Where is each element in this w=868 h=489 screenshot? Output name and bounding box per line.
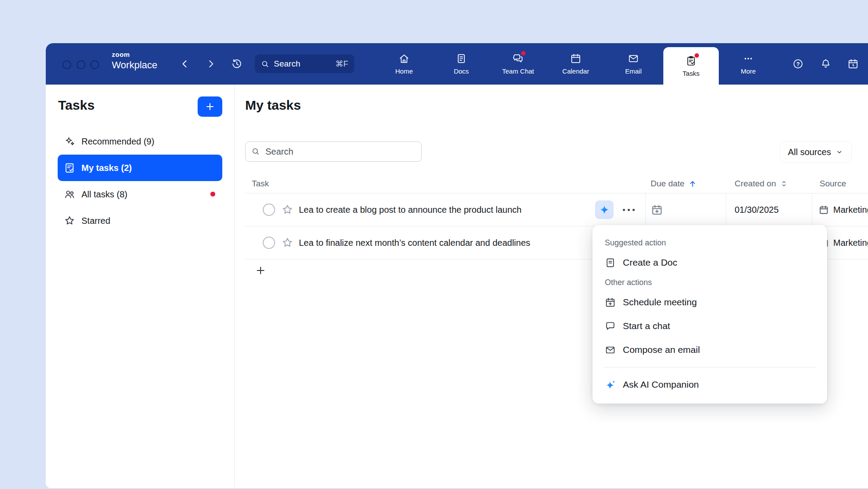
email-icon xyxy=(605,345,616,356)
star-icon[interactable] xyxy=(281,204,294,216)
bell-icon xyxy=(820,58,831,70)
schedule-button[interactable] xyxy=(847,58,859,70)
column-label: Task xyxy=(252,179,269,189)
ai-actions-menu: Suggested action Create a Doc Other acti… xyxy=(592,225,827,404)
sidebar-item-label: Starred xyxy=(81,216,110,226)
global-search-placeholder: Search xyxy=(274,59,331,69)
menu-item-label: Create a Doc xyxy=(623,257,677,268)
topbar: zoom Workplace Search ⌘F xyxy=(46,43,868,85)
task-search[interactable] xyxy=(245,141,422,162)
chevron-right-icon xyxy=(205,58,217,70)
back-button[interactable] xyxy=(179,58,191,70)
sidebar-item-starred[interactable]: Starred xyxy=(58,207,222,234)
cell-divider xyxy=(726,193,726,226)
nav-home[interactable]: Home xyxy=(380,43,428,85)
nav-team-chat-label: Team Chat xyxy=(502,67,534,75)
column-header-due-date[interactable]: Due date xyxy=(651,174,697,193)
svg-text:?: ? xyxy=(796,61,800,67)
menu-item-create-doc[interactable]: Create a Doc xyxy=(592,251,827,274)
menu-item-ask-ai-companion[interactable]: Ask AI Companion xyxy=(592,373,827,396)
nav-tasks[interactable]: Tasks xyxy=(663,47,719,85)
source-value: Marketing xyxy=(833,226,868,259)
add-due-date-button[interactable] xyxy=(651,204,663,216)
nav-home-label: Home xyxy=(395,67,413,75)
plus-icon xyxy=(205,101,215,112)
calendar-plus-icon xyxy=(605,297,616,308)
notification-dot xyxy=(521,51,526,56)
sort-updown-icon xyxy=(780,179,788,188)
nav-calendar-label: Calendar xyxy=(563,67,589,75)
nav-team-chat[interactable]: Team Chat xyxy=(494,43,542,85)
menu-item-start-chat[interactable]: Start a chat xyxy=(592,314,827,338)
nav-email[interactable]: Email xyxy=(609,43,658,85)
nav-email-label: Email xyxy=(625,67,642,75)
nav-docs-label: Docs xyxy=(454,67,469,75)
email-icon xyxy=(628,53,639,64)
sidebar-item-label: My tasks (2) xyxy=(81,163,132,173)
task-complete-checkbox[interactable] xyxy=(263,204,275,216)
sources-filter-dropdown[interactable]: All sources xyxy=(780,141,852,163)
home-icon xyxy=(398,53,410,64)
sidebar-item-my-tasks[interactable]: My tasks (2) xyxy=(58,155,222,181)
team-chat-icon xyxy=(512,53,524,64)
sources-filter-value: All sources xyxy=(788,147,831,157)
star-icon[interactable] xyxy=(281,237,294,249)
task-search-input[interactable] xyxy=(265,146,416,157)
task-title: Lea to create a blog post to announce th… xyxy=(299,193,522,226)
column-header-task[interactable]: Task xyxy=(252,174,269,193)
search-icon xyxy=(261,60,269,68)
chevron-left-icon xyxy=(179,58,191,70)
sidebar-item-label: Recommended (9) xyxy=(81,137,154,147)
calendar-icon xyxy=(570,53,581,64)
menu-divider xyxy=(603,367,817,367)
menu-section-label: Suggested action xyxy=(592,235,827,251)
chevron-down-icon xyxy=(835,148,843,156)
global-search-shortcut: ⌘F xyxy=(335,59,348,69)
zoom-workplace-logo: zoom Workplace xyxy=(112,51,158,70)
sidebar-item-recommended[interactable]: Recommended (9) xyxy=(58,128,222,155)
help-button[interactable]: ? xyxy=(792,58,804,70)
ai-companion-icon xyxy=(605,379,616,390)
page-title: My tasks xyxy=(245,98,301,113)
cell-divider xyxy=(812,193,812,226)
calendar-clock-icon xyxy=(847,58,859,70)
row-more-button[interactable] xyxy=(619,200,638,219)
nav-more[interactable]: More xyxy=(724,43,772,85)
help-icon: ? xyxy=(792,58,804,70)
nav-calendar[interactable]: Calendar xyxy=(552,43,600,85)
star-icon xyxy=(64,215,75,226)
sidebar-title: Tasks xyxy=(58,98,95,113)
global-search[interactable]: Search ⌘F xyxy=(255,55,354,73)
search-icon xyxy=(251,147,260,156)
chat-icon xyxy=(605,321,616,332)
task-complete-checkbox[interactable] xyxy=(263,237,275,249)
desktop: zoom Workplace Search ⌘F xyxy=(0,0,868,489)
notification-dot xyxy=(210,192,215,196)
sidebar-item-label: All tasks (8) xyxy=(81,189,127,200)
nav-docs[interactable]: Docs xyxy=(437,43,485,85)
table-row[interactable]: Lea to create a blog post to announce th… xyxy=(245,193,868,226)
column-label: Source xyxy=(820,179,846,189)
ai-companion-icon xyxy=(599,204,610,215)
window-control-zoom[interactable] xyxy=(90,60,99,69)
menu-item-compose-email[interactable]: Compose an email xyxy=(592,338,827,362)
column-header-source[interactable]: Source xyxy=(820,174,846,193)
history-button[interactable] xyxy=(231,58,243,70)
calendar-plus-icon xyxy=(651,204,663,216)
window-control-close[interactable] xyxy=(63,60,71,69)
sidebar-item-all-tasks[interactable]: All tasks (8) xyxy=(58,181,222,207)
add-task-button[interactable] xyxy=(198,96,222,117)
forward-button[interactable] xyxy=(205,58,217,70)
doc-icon xyxy=(605,257,616,268)
column-header-created-on[interactable]: Created on xyxy=(735,174,788,193)
window-control-minimize[interactable] xyxy=(77,60,85,69)
nav-tasks-label: Tasks xyxy=(683,70,699,77)
task-title: Lea to finalize next month’s content cal… xyxy=(299,226,530,259)
menu-item-schedule-meeting[interactable]: Schedule meeting xyxy=(592,290,827,314)
source-value: Marketing xyxy=(833,193,868,226)
menu-section-label: Other actions xyxy=(592,274,827,290)
ai-companion-button[interactable] xyxy=(595,200,614,219)
created-on-value: 01/30/2025 xyxy=(735,193,779,226)
notifications-button[interactable] xyxy=(820,58,831,70)
plus-icon xyxy=(255,265,266,276)
